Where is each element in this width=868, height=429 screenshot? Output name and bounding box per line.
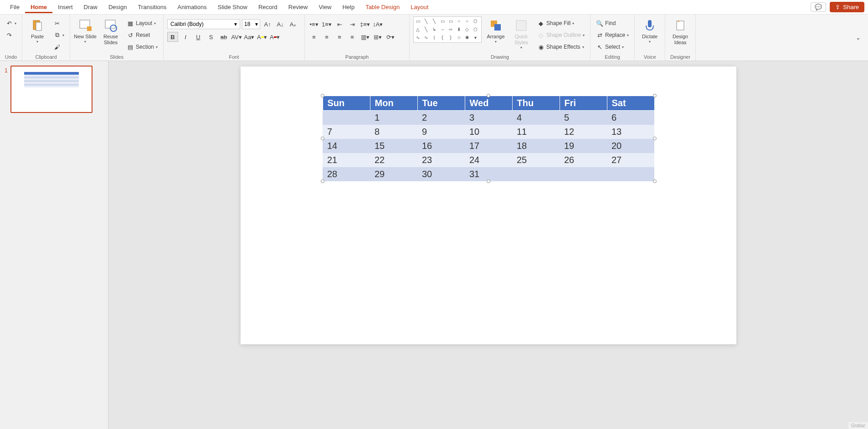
cell[interactable]: 7 <box>323 125 370 139</box>
cell[interactable]: 26 <box>560 153 607 167</box>
cell[interactable]: 19 <box>560 139 607 153</box>
cell[interactable]: 14 <box>323 139 370 153</box>
calendar-table[interactable]: Sun Mon Tue Wed Thu Fri Sat 123456 78910… <box>323 96 655 181</box>
selection-handle[interactable] <box>653 179 657 183</box>
header-wed[interactable]: Wed <box>465 96 512 111</box>
menu-file[interactable]: File <box>5 1 25 13</box>
cell[interactable]: 12 <box>560 125 607 139</box>
smartart-button[interactable]: ⟳▾ <box>385 32 396 42</box>
cell[interactable]: 10 <box>465 125 512 139</box>
menu-record[interactable]: Record <box>253 1 283 13</box>
header-mon[interactable]: Mon <box>370 96 417 111</box>
menu-design[interactable]: Design <box>103 1 132 13</box>
menu-home[interactable]: Home <box>25 1 52 13</box>
section-button[interactable]: ▤Section▾ <box>125 42 159 52</box>
reset-button[interactable]: ↺Reset <box>125 30 159 40</box>
paste-button[interactable]: Paste▾ <box>26 16 49 44</box>
select-button[interactable]: ↖Select▾ <box>594 42 631 52</box>
cell[interactable]: 3 <box>465 111 512 125</box>
cell[interactable]: 1 <box>370 111 417 125</box>
numbering-button[interactable]: 1≡▾ <box>321 19 332 29</box>
new-slide-button[interactable]: New Slide▾ <box>74 16 97 44</box>
arrange-button[interactable]: Arrange▾ <box>484 16 507 44</box>
text-direction-button[interactable]: ↕A▾ <box>372 19 383 29</box>
selection-handle[interactable] <box>653 94 657 97</box>
cell[interactable]: 11 <box>512 125 560 139</box>
clear-formatting-button[interactable]: Aₓ <box>288 19 298 29</box>
menu-insert[interactable]: Insert <box>52 1 78 13</box>
cut-button[interactable]: ✂ <box>51 18 66 28</box>
decrease-indent-button[interactable]: ⇤ <box>334 19 345 29</box>
justify-button[interactable]: ≡ <box>347 32 358 42</box>
selection-handle[interactable] <box>321 94 324 97</box>
selection-handle[interactable] <box>653 137 657 140</box>
calendar-table-object[interactable]: Sun Mon Tue Wed Thu Fri Sat 123456 78910… <box>323 96 655 181</box>
cell[interactable]: 24 <box>465 153 512 167</box>
shadow-button[interactable]: S <box>205 32 216 42</box>
align-text-button[interactable]: ⊞▾ <box>372 32 383 42</box>
selection-handle[interactable] <box>487 94 490 97</box>
cell[interactable]: 29 <box>370 167 417 181</box>
share-button[interactable]: ⇪Share <box>830 2 864 12</box>
cell[interactable]: 9 <box>417 125 465 139</box>
menu-transitions[interactable]: Transitions <box>132 1 172 13</box>
header-fri[interactable]: Fri <box>560 96 607 111</box>
shapes-gallery[interactable]: ▭╲╲▭▭○○⬡ △╲↳→⇨⬇◇⬠ ∿∿⟨{}☆✱▾ <box>413 16 482 43</box>
comments-button[interactable]: 💬 <box>811 2 826 12</box>
menu-review[interactable]: Review <box>283 1 313 13</box>
menu-view[interactable]: View <box>313 1 337 13</box>
find-button[interactable]: 🔍Find <box>594 18 631 28</box>
italic-button[interactable]: I <box>180 32 191 42</box>
char-spacing-button[interactable]: AV▾ <box>231 32 242 42</box>
cell[interactable]: 23 <box>417 153 465 167</box>
change-case-button[interactable]: Aa▾ <box>244 32 255 42</box>
reuse-slides-button[interactable]: Reuse Slides <box>99 16 122 46</box>
selection-handle[interactable] <box>321 137 324 140</box>
font-size-combo[interactable]: 18▾ <box>242 19 260 29</box>
font-name-combo[interactable]: Calibri (Body)▾ <box>167 19 240 29</box>
increase-indent-button[interactable]: ⇥ <box>347 19 358 29</box>
line-spacing-button[interactable]: ‡≡▾ <box>360 19 370 29</box>
cell[interactable]: 4 <box>512 111 560 125</box>
cell[interactable]: 22 <box>370 153 417 167</box>
menu-help[interactable]: Help <box>337 1 360 13</box>
menu-animations[interactable]: Animations <box>172 1 212 13</box>
underline-button[interactable]: U <box>193 32 204 42</box>
strikethrough-button[interactable]: ab <box>218 32 229 42</box>
replace-button[interactable]: ⇄Replace▾ <box>594 30 631 40</box>
font-color-button[interactable]: A▾ <box>269 32 280 42</box>
align-center-button[interactable]: ≡ <box>321 32 332 42</box>
columns-button[interactable]: ▥▾ <box>360 32 370 42</box>
cell[interactable]: 8 <box>370 125 417 139</box>
selection-handle[interactable] <box>321 179 324 183</box>
layout-button[interactable]: ▦Layout▾ <box>125 18 159 28</box>
cell[interactable]: 18 <box>512 139 560 153</box>
header-thu[interactable]: Thu <box>512 96 560 111</box>
cell[interactable] <box>323 111 370 125</box>
cell[interactable]: 21 <box>323 153 370 167</box>
cell[interactable]: 5 <box>560 111 607 125</box>
slide-thumbnail-1[interactable] <box>10 66 92 113</box>
cell[interactable]: 25 <box>512 153 560 167</box>
align-left-button[interactable]: ≡ <box>308 32 319 42</box>
slide-1[interactable]: Sun Mon Tue Wed Thu Fri Sat 123456 78910… <box>241 66 736 344</box>
highlight-button[interactable]: A▾ <box>257 32 267 42</box>
format-painter-button[interactable]: 🖌 <box>51 42 66 52</box>
header-tue[interactable]: Tue <box>417 96 465 111</box>
cell[interactable]: 17 <box>465 139 512 153</box>
selection-handle[interactable] <box>487 179 490 183</box>
cell[interactable] <box>560 167 607 181</box>
cell[interactable]: 30 <box>417 167 465 181</box>
slide-canvas-area[interactable]: Sun Mon Tue Wed Thu Fri Sat 123456 78910… <box>108 61 868 429</box>
shape-effects-button[interactable]: ◉Shape Effects▾ <box>535 42 586 52</box>
cell[interactable]: 27 <box>607 153 654 167</box>
cell[interactable]: 16 <box>417 139 465 153</box>
menu-draw[interactable]: Draw <box>78 1 103 13</box>
design-ideas-button[interactable]: Design Ideas <box>669 16 692 46</box>
shape-fill-button[interactable]: ◆Shape Fill▾ <box>535 18 586 28</box>
cell[interactable]: 6 <box>607 111 654 125</box>
shape-outline-button[interactable]: ◇Shape Outline▾ <box>535 30 586 40</box>
bullets-button[interactable]: •≡▾ <box>308 19 319 29</box>
cell[interactable]: 15 <box>370 139 417 153</box>
cell[interactable]: 2 <box>417 111 465 125</box>
